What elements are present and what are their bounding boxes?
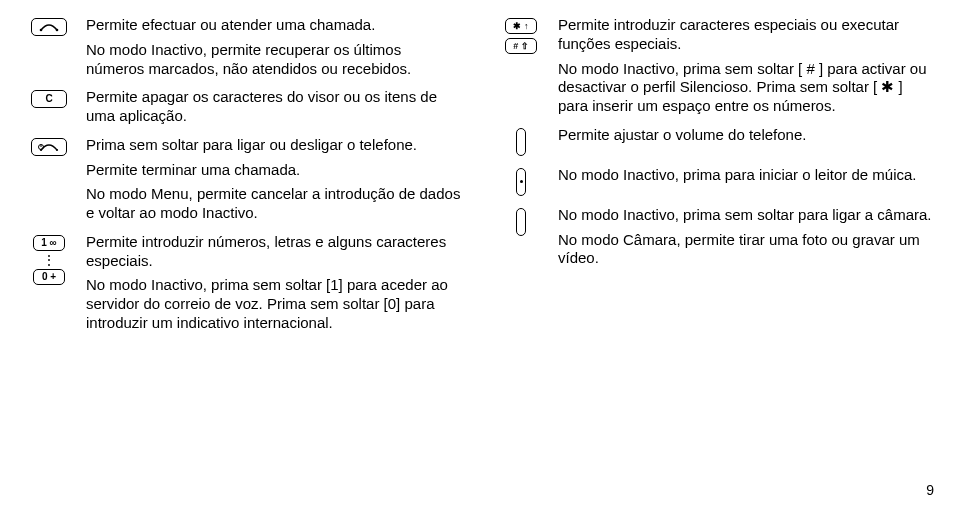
right-column: ✱ ↑ # ⇧ Permite introduzir caracteres es… (498, 16, 934, 343)
clear-key-icon: C (31, 90, 67, 108)
paragraph: No modo Inactivo, prima sem soltar para … (558, 206, 934, 225)
key-label: C (45, 94, 52, 104)
paragraph: Permite apagar os caracteres do visor ou… (86, 88, 462, 126)
paragraph: Permite introduzir caracteres especiais … (558, 16, 934, 54)
text-power-key: Prima sem soltar para ligar ou desligar … (86, 136, 462, 223)
key-label: ✱ ↑ (513, 22, 528, 31)
entry-clear-key: C Permite apagar os caracteres do visor … (26, 88, 462, 126)
text-music-key: No modo Inactivo, prima para iniciar o l… (558, 166, 934, 185)
icon-volume-key (498, 126, 544, 156)
text-special-keys: Permite introduzir caracteres especiais … (558, 16, 934, 116)
star-key-icon: ✱ ↑ (505, 18, 537, 34)
paragraph: No modo Inactivo, prima sem soltar [ # ]… (558, 60, 934, 116)
paragraph: Permite ajustar o volume do telefone. (558, 126, 934, 145)
camera-key-icon (516, 208, 526, 236)
paragraph: No modo Inactivo, permite recuperar os ú… (86, 41, 462, 79)
icon-power-key (26, 136, 72, 156)
page-number: 9 (926, 482, 934, 500)
left-column: Permite efectuar ou atender uma chamada.… (26, 16, 462, 343)
text-volume-key: Permite ajustar o volume do telefone. (558, 126, 934, 145)
entry-volume-key: Permite ajustar o volume do telefone. (498, 126, 934, 156)
vertical-dots-icon: ⋮ (42, 256, 56, 264)
volume-key-icon (516, 128, 526, 156)
entry-music-key: No modo Inactivo, prima para iniciar o l… (498, 166, 934, 196)
icon-clear-key: C (26, 88, 72, 108)
paragraph: No modo Menu, permite cancelar a introdu… (86, 185, 462, 223)
paragraph: No modo Inactivo, prima sem soltar [1] p… (86, 276, 462, 332)
paragraph: Permite terminar uma chamada. (86, 161, 462, 180)
entry-special-keys: ✱ ↑ # ⇧ Permite introduzir caracteres es… (498, 16, 934, 116)
icon-music-key (498, 166, 544, 196)
paragraph: Permite efectuar ou atender uma chamada. (86, 16, 462, 35)
hash-key-icon: # ⇧ (505, 38, 537, 54)
entry-camera-key: No modo Inactivo, prima sem soltar para … (498, 206, 934, 268)
text-clear-key: Permite apagar os caracteres do visor ou… (86, 88, 462, 126)
entry-call-key: Permite efectuar ou atender uma chamada.… (26, 16, 462, 78)
power-key-icon (31, 138, 67, 156)
svg-point-1 (56, 29, 59, 32)
text-number-keys: Permite introduzir números, letras e alg… (86, 233, 462, 333)
svg-point-0 (40, 29, 43, 32)
key-label: # ⇧ (513, 42, 529, 51)
music-key-icon (516, 168, 526, 196)
manual-two-column-layout: Permite efectuar ou atender uma chamada.… (26, 16, 934, 343)
icon-call-key (26, 16, 72, 36)
entry-number-keys: 1 ∞ ⋮ 0 + Permite introduzir números, le… (26, 233, 462, 333)
svg-point-3 (56, 149, 58, 151)
paragraph: No modo Câmara, permite tirar uma foto o… (558, 231, 934, 269)
paragraph: No modo Inactivo, prima para iniciar o l… (558, 166, 934, 185)
zero-key-icon: 0 + (33, 269, 65, 285)
icon-camera-key (498, 206, 544, 236)
paragraph: Permite introduzir números, letras e alg… (86, 233, 462, 271)
icon-special-keys: ✱ ↑ # ⇧ (498, 16, 544, 54)
text-call-key: Permite efectuar ou atender uma chamada.… (86, 16, 462, 78)
paragraph: Prima sem soltar para ligar ou desligar … (86, 136, 462, 155)
call-key-icon (31, 18, 67, 36)
text-camera-key: No modo Inactivo, prima sem soltar para … (558, 206, 934, 268)
key-label: 1 ∞ (41, 238, 56, 248)
key-label: 0 + (42, 272, 56, 282)
entry-power-key: Prima sem soltar para ligar ou desligar … (26, 136, 462, 223)
one-key-icon: 1 ∞ (33, 235, 65, 251)
icon-number-keys: 1 ∞ ⋮ 0 + (26, 233, 72, 285)
